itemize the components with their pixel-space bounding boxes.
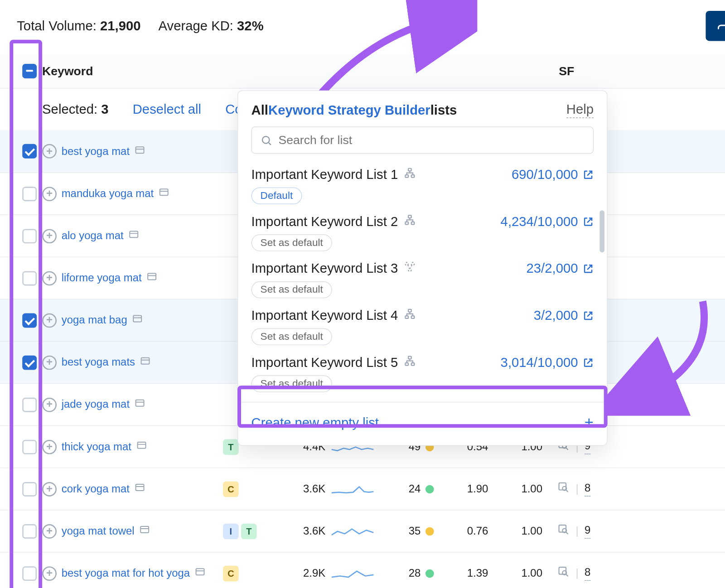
hierarchy-icon xyxy=(404,214,416,230)
comd-value: 1.00 xyxy=(488,482,542,495)
hierarchy-icon xyxy=(404,261,416,277)
help-link[interactable]: Help xyxy=(566,102,594,118)
results-value: 0 xyxy=(590,567,725,580)
set-default-button[interactable]: Set as default xyxy=(251,328,332,345)
serp-search-icon[interactable] xyxy=(558,524,570,539)
keyword-link[interactable]: best yoga mat xyxy=(62,145,130,158)
serp-search-icon[interactable] xyxy=(558,482,570,496)
keyword-link[interactable]: jade yoga mat xyxy=(62,398,130,411)
serp-features-icon[interactable] xyxy=(135,398,145,412)
svg-rect-36 xyxy=(406,175,409,178)
sf-count[interactable]: 9 xyxy=(585,524,590,538)
svg-rect-19 xyxy=(136,400,144,406)
row-checkbox[interactable] xyxy=(22,144,37,159)
list-count[interactable]: 4,234/10,000 xyxy=(501,214,594,230)
send-keywords-button[interactable]: Send keywords xyxy=(706,11,725,41)
set-default-button[interactable]: Set as default xyxy=(251,376,332,392)
row-checkbox[interactable] xyxy=(22,187,37,201)
volume-value: 3.6K xyxy=(265,482,325,495)
svg-rect-13 xyxy=(133,316,141,322)
set-default-button[interactable]: Set as default xyxy=(251,281,332,298)
list-count[interactable]: 3/2,000 xyxy=(534,308,594,324)
sf-count[interactable]: 8 xyxy=(585,482,590,496)
ksb-link[interactable]: Keyword Strategy Builder xyxy=(268,102,430,118)
col-header-sf[interactable]: SF xyxy=(542,64,590,78)
expand-row-icon[interactable]: + xyxy=(42,144,57,159)
table-row: + yoga mat towel IT 3.6K 35 0.76 1.00 | … xyxy=(0,510,725,552)
expand-row-icon[interactable]: + xyxy=(42,566,57,581)
open-external-icon xyxy=(583,169,594,180)
row-checkbox[interactable] xyxy=(22,524,37,538)
serp-features-icon[interactable] xyxy=(135,482,145,496)
row-checkbox[interactable] xyxy=(22,482,37,496)
keyword-link[interactable]: best yoga mats xyxy=(62,356,135,369)
keyword-link[interactable]: manduka yoga mat xyxy=(62,188,154,200)
list-item[interactable]: Important Keyword List 1 690/10,000 Defa… xyxy=(238,161,607,208)
expand-row-icon[interactable]: + xyxy=(42,355,57,370)
serp-features-icon[interactable] xyxy=(135,145,145,159)
keyword-link[interactable]: liforme yoga mat xyxy=(62,272,142,284)
list-count[interactable]: 690/10,000 xyxy=(512,167,594,183)
serp-features-icon[interactable] xyxy=(140,356,151,370)
keyword-link[interactable]: yoga mat bag xyxy=(62,314,127,327)
select-all-checkbox[interactable] xyxy=(22,64,37,78)
svg-rect-22 xyxy=(138,442,146,448)
expand-row-icon[interactable]: + xyxy=(42,187,57,201)
row-checkbox[interactable] xyxy=(22,566,37,581)
expand-row-icon[interactable]: + xyxy=(42,524,57,538)
keyword-link[interactable]: best yoga mat for hot yoga xyxy=(62,567,190,580)
col-header-keyword[interactable]: Keyword xyxy=(42,64,223,78)
col-header-results[interactable]: Results xyxy=(590,64,725,78)
sf-count[interactable]: 8 xyxy=(585,566,590,581)
trend-sparkline xyxy=(325,567,380,579)
results-value: 12.7M xyxy=(590,440,725,453)
keyword-link[interactable]: yoga mat towel xyxy=(62,525,135,537)
serp-features-icon[interactable] xyxy=(195,566,206,580)
dropdown-scrollbar[interactable] xyxy=(599,210,604,252)
svg-point-43 xyxy=(409,269,412,272)
list-item[interactable]: Important Keyword List 2 4,234/10,000 Se… xyxy=(238,208,607,255)
serp-features-icon[interactable] xyxy=(136,440,147,454)
expand-row-icon[interactable]: + xyxy=(42,271,57,285)
serp-search-icon[interactable] xyxy=(558,566,570,581)
keyword-link[interactable]: cork yoga mat xyxy=(62,482,130,495)
comd-value: 1.00 xyxy=(488,525,542,537)
serp-features-icon[interactable] xyxy=(139,524,150,538)
open-external-icon xyxy=(583,216,594,227)
list-item[interactable]: Important Keyword List 3 23/2,000 Set as… xyxy=(238,255,607,302)
send-arrow-icon xyxy=(718,19,725,33)
expand-row-icon[interactable]: + xyxy=(42,229,57,243)
hierarchy-icon xyxy=(404,308,416,324)
row-checkbox[interactable] xyxy=(22,439,37,454)
search-icon xyxy=(261,134,273,146)
expand-row-icon[interactable]: + xyxy=(42,397,57,412)
keyword-link[interactable]: thick yoga mat xyxy=(62,440,131,453)
serp-features-icon[interactable] xyxy=(128,229,139,243)
list-count[interactable]: 3,014/10,000 xyxy=(501,355,594,371)
expand-row-icon[interactable]: + xyxy=(42,439,57,454)
svg-rect-25 xyxy=(136,484,144,491)
svg-rect-31 xyxy=(196,569,204,575)
create-new-list[interactable]: Create new empty list + xyxy=(238,402,607,434)
intent-I-chip: I xyxy=(223,523,239,539)
list-count[interactable]: 23/2,000 xyxy=(527,261,594,277)
row-checkbox[interactable] xyxy=(22,313,37,328)
expand-row-icon[interactable]: + xyxy=(42,482,57,496)
list-item[interactable]: Important Keyword List 5 3,014/10,000 Se… xyxy=(238,349,607,396)
row-checkbox[interactable] xyxy=(22,397,37,412)
keyword-link[interactable]: alo yoga mat xyxy=(62,230,124,242)
table-row: + cork yoga mat C 3.6K 24 1.90 1.00 | 8 … xyxy=(0,468,725,510)
list-item[interactable]: Important Keyword List 4 3/2,000 Set as … xyxy=(238,302,607,349)
serp-features-icon[interactable] xyxy=(159,187,169,201)
set-default-button[interactable]: Set as default xyxy=(251,234,332,251)
serp-features-icon[interactable] xyxy=(132,313,143,328)
serp-features-icon[interactable] xyxy=(146,271,157,285)
row-checkbox[interactable] xyxy=(22,355,37,370)
row-checkbox[interactable] xyxy=(22,229,37,243)
expand-row-icon[interactable]: + xyxy=(42,313,57,328)
list-search-input[interactable] xyxy=(251,126,594,154)
kd-value: 28 xyxy=(380,567,434,580)
deselect-all-link[interactable]: Deselect all xyxy=(133,101,201,117)
row-checkbox[interactable] xyxy=(22,271,37,285)
results-value: 174M xyxy=(590,145,725,158)
